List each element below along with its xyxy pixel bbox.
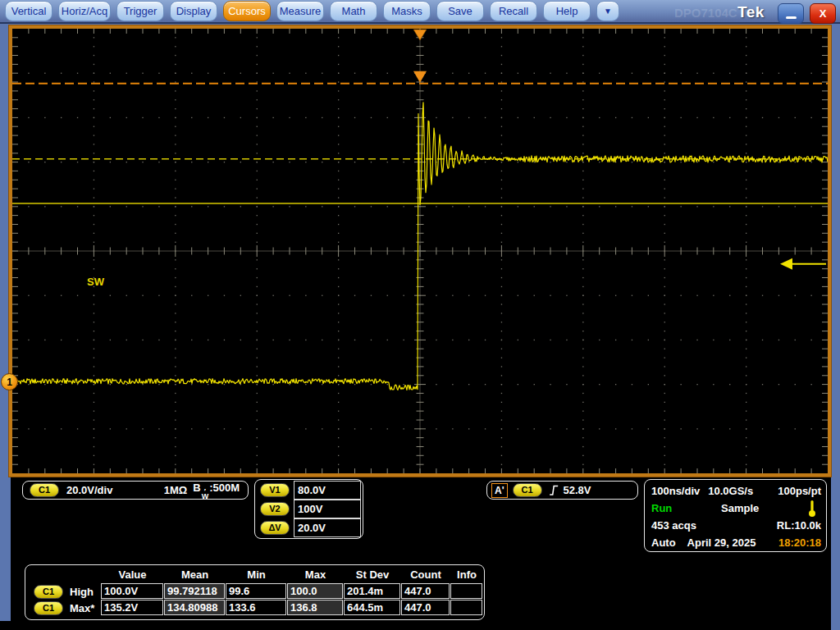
menu-display[interactable]: Display [170,1,217,21]
measurement-source-badge: C1 [34,585,63,599]
measurement-cell: 133.6 [226,600,286,615]
sample-rate-indicator-icon [808,500,816,518]
measurement-name: High [70,586,94,598]
menu-save[interactable]: Save [436,1,484,21]
cursor-readout[interactable]: V1 80.0V V2 100V ΔV 20.0V [254,479,363,539]
trigger-readout[interactable]: A' C1 52.8V [486,481,638,500]
model-watermark: DPO7104C [674,6,737,20]
cursor-v1-badge: V1 [260,483,290,497]
measurement-cell [450,583,482,599]
trigger-level-value: 52.8V [564,484,591,496]
input-impedance: 1MΩ [164,484,187,496]
waveform-display[interactable]: SW [12,29,828,473]
measurement-cell: 100.0 [287,583,343,599]
measurement-cell: 447.0 [401,600,450,615]
column-header-stdev: St Dev [344,568,401,583]
measurement-cell: 136.8 [287,600,343,615]
column-header-info: Info [450,568,483,583]
cursor-delta-value: 20.0V [294,518,361,537]
measurement-row-label[interactable]: C1 Max* [26,600,101,616]
measurement-row-label[interactable]: C1 High [26,583,101,600]
close-button[interactable]: X [810,3,836,24]
cursor-v1-row[interactable]: V1 80.0V [257,481,361,500]
channel-badge: C1 [30,483,59,497]
channel-1-ground-marker[interactable]: 1 [1,373,18,390]
cursor-delta-badge: ΔV [260,521,290,535]
measurement-cell [450,600,482,615]
svg-text:SW: SW [87,276,105,288]
trigger-source-badge: C1 [513,483,542,497]
sample-resolution: 100ps/pt [778,485,821,497]
menu-cursors[interactable]: Cursors [223,1,271,21]
chevron-down-icon: ▼ [604,7,612,16]
vertical-scale: 20.0V/div [66,484,112,496]
measurement-cell: 447.0 [401,583,450,599]
trigger-system-label: A' [491,483,508,498]
cursor-v2-badge: V2 [260,502,290,516]
datetime-row: Auto April 29, 2025 18:20:18 [651,534,821,551]
horizontal-readout[interactable]: 100ns/div 10.0GS/s 100ps/pt Run Sample 4… [644,479,827,552]
acquisition-mode: Sample [672,502,808,514]
record-row: 453 acqs RL:10.0k [651,517,821,534]
acquisition-count: 453 acqs [651,519,696,532]
channel-readout[interactable]: C1 20.0V/div 1MΩ B′W:500M [22,481,249,500]
date-readout: April 29, 2025 [687,536,756,549]
minimize-icon [786,16,797,19]
menu-recall[interactable]: Recall [490,1,537,21]
menu-more-button[interactable]: ▼ [596,1,619,21]
menu-masks[interactable]: Masks [383,1,431,21]
minimize-button[interactable] [778,3,804,24]
measurement-cell: 100.0V [101,583,163,599]
measurement-cell: 134.80988 [164,600,225,615]
column-header-min: Min [226,568,287,583]
measurement-cell: 201.4m [344,583,400,599]
measurement-table: Value Mean Min Max St Dev Count Info C1 … [25,564,485,620]
acquisition-state: Run [651,502,672,514]
sample-rate: 10.0GS/s [708,485,753,497]
measurement-cell: 99.6 [226,583,286,599]
menu-help[interactable]: Help [543,1,591,21]
column-header-max: Max [287,568,344,583]
measurement-cell: 135.2V [101,600,163,615]
measurement-cell: 644.5m [344,600,400,615]
column-header-mean: Mean [164,568,226,583]
menu-measure[interactable]: Measure [276,1,324,21]
trigger-mode: Auto [651,536,676,549]
bottom-edge [0,621,831,630]
record-length: RL:10.0k [777,519,821,532]
menu-trigger[interactable]: Trigger [116,1,164,21]
menu-vertical[interactable]: Vertical [5,1,52,21]
menu-math[interactable]: Math [330,1,377,21]
table-corner [26,568,101,583]
cursor-v2-row[interactable]: V2 100V [257,500,361,518]
acquisition-row: Run Sample [651,500,821,517]
measurement-cell: 99.792118 [164,583,225,599]
cursor-delta-row[interactable]: ΔV 20.0V [257,518,361,537]
cursor-v1-value: 80.0V [294,481,361,500]
measurement-name: Max* [70,602,94,614]
column-header-value: Value [101,568,164,583]
column-header-count: Count [401,568,450,583]
rising-edge-icon [547,484,559,496]
cursor-v2-value: 100V [294,500,361,518]
bandwidth-readout: B′W:500M [193,482,240,499]
timebase-row: 100ns/div 10.0GS/s 100ps/pt [651,482,821,500]
timebase-scale: 100ns/div [651,485,700,497]
close-icon: X [819,7,827,20]
menu-horiz-acq[interactable]: Horiz/Acq [58,1,111,21]
tek-logo: Tek [737,3,765,21]
measurement-source-badge: C1 [34,601,63,615]
time-readout: 18:20:18 [778,536,821,549]
